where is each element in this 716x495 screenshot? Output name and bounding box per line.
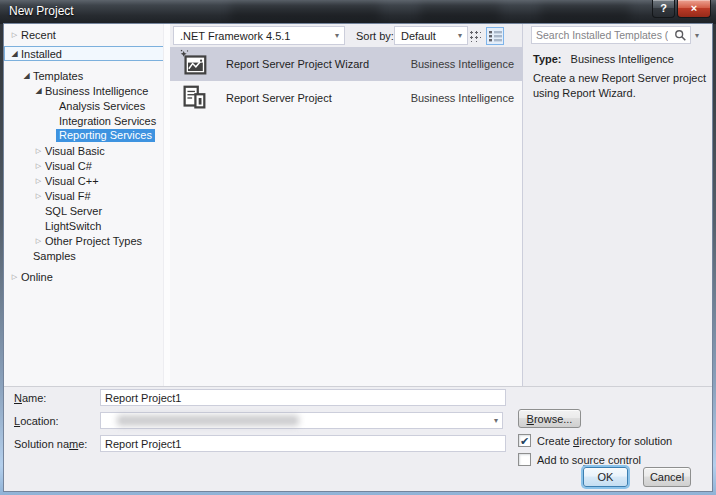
solution-name-field: [100, 435, 506, 452]
template-description: Create a new Report Server project using…: [533, 71, 711, 102]
chevron-down-icon[interactable]: ▾: [494, 416, 498, 425]
glass-reflection: [540, 4, 630, 22]
magnifier-icon[interactable]: [674, 29, 687, 42]
template-row-report-server-project[interactable]: Report Server Project Business Intellige…: [170, 81, 522, 115]
tree-item-label: Visual F#: [45, 190, 91, 202]
tree-item-label: Visual Basic: [45, 145, 105, 157]
location-combo: ▾: [100, 412, 503, 429]
template-name: Report Server Project: [226, 92, 411, 104]
chevron-down-icon: ▾: [335, 31, 339, 40]
tree-item-label: Integration Services: [59, 115, 156, 127]
chevron-down-icon: ▾: [458, 31, 462, 40]
ok-button[interactable]: OK: [583, 467, 628, 487]
tree-item-visual-basic[interactable]: ▷ Visual Basic: [4, 143, 170, 158]
tree-item-label: Analysis Services: [59, 100, 145, 112]
tree-item-business-intelligence[interactable]: ◢ Business Intelligence: [4, 83, 170, 98]
grid-dots-icon: [469, 30, 481, 42]
solution-name-input[interactable]: [105, 437, 495, 450]
list-toolbar: .NET Framework 4.5.1 ▾ Sort by: Default …: [170, 24, 522, 47]
glass-reflection: [230, 4, 380, 22]
chevron-expanded-icon[interactable]: ◢: [8, 49, 21, 58]
tree-item-other-project-types[interactable]: ▷ Other Project Types: [4, 233, 170, 248]
source-control-checkbox[interactable]: [518, 453, 531, 466]
glass-reflection: [420, 4, 500, 22]
sort-dropdown-value: Default: [401, 30, 436, 42]
framework-dropdown[interactable]: .NET Framework 4.5.1 ▾: [173, 26, 345, 45]
list-view-button[interactable]: [486, 27, 504, 45]
chevron-expanded-icon[interactable]: ◢: [20, 71, 33, 80]
window-title: New Project: [9, 4, 74, 18]
tree-item-visual-cpp[interactable]: ▷ Visual C++: [4, 173, 170, 188]
create-directory-label: Create directory for solution: [537, 435, 672, 447]
small-icons-view-button[interactable]: [466, 27, 484, 45]
tree-item-analysis-services[interactable]: Analysis Services: [4, 98, 170, 113]
tree-item-reporting-services[interactable]: Reporting Services: [4, 128, 170, 143]
help-button[interactable]: ?: [652, 0, 675, 18]
chevron-right-icon[interactable]: ▷: [8, 273, 21, 281]
name-label: Name:: [14, 392, 46, 404]
search-box: [531, 26, 691, 44]
tree-item-visual-fsharp[interactable]: ▷ Visual F#: [4, 188, 170, 203]
tree-item-label: Recent: [21, 29, 56, 41]
create-directory-option[interactable]: ✔ Create directory for solution: [518, 434, 672, 447]
tree-item-label: Templates: [33, 70, 83, 82]
source-control-label: Add to source control: [537, 454, 641, 466]
tree-item-visual-csharp[interactable]: ▷ Visual C#: [4, 158, 170, 173]
tree-item-lightswitch[interactable]: LightSwitch: [4, 218, 170, 233]
tree-item-label: LightSwitch: [45, 220, 101, 232]
tree-item-online[interactable]: ▷ Online: [4, 269, 170, 284]
search-options-arrow-icon[interactable]: ▾: [695, 31, 699, 40]
chevron-right-icon[interactable]: ▷: [32, 192, 45, 200]
tree-item-label: Visual C++: [45, 175, 99, 187]
template-row-report-server-project-wizard[interactable]: Report Server Project Wizard Business In…: [170, 47, 522, 81]
title-bar: New Project: [0, 0, 716, 24]
framework-dropdown-value: .NET Framework 4.5.1: [180, 30, 290, 42]
tree-item-label: Online: [21, 271, 53, 283]
solution-name-label: Solution name:: [14, 438, 87, 450]
tree-item-label: Installed: [21, 48, 62, 60]
tree-item-samples[interactable]: Samples: [4, 248, 170, 263]
help-icon: ?: [660, 2, 667, 14]
report-document-icon: [179, 83, 209, 113]
type-label: Type:: [533, 53, 562, 65]
location-redacted-blur: [117, 415, 299, 426]
cancel-button[interactable]: Cancel: [643, 467, 691, 487]
chevron-right-icon[interactable]: ▷: [32, 177, 45, 185]
name-input[interactable]: [105, 391, 495, 404]
tree-item-recent[interactable]: ▷ Recent: [4, 27, 170, 42]
chevron-right-icon[interactable]: ▷: [32, 162, 45, 170]
report-wizard-icon: [179, 49, 209, 79]
new-project-dialog: New Project ? × ▷ Recent ◢ Installed ◢ T…: [0, 0, 716, 495]
tree-item-label: Other Project Types: [45, 235, 142, 247]
chevron-expanded-icon[interactable]: ◢: [32, 86, 45, 95]
tree-scrollbar[interactable]: [163, 24, 170, 386]
list-view-icon: [489, 30, 502, 42]
browse-button[interactable]: Browse...: [518, 409, 581, 428]
chevron-right-icon[interactable]: ▷: [32, 237, 45, 245]
template-name: Report Server Project Wizard: [226, 58, 411, 70]
close-button[interactable]: ×: [677, 0, 711, 18]
location-label: Location:: [14, 415, 59, 427]
search-input[interactable]: [536, 28, 668, 42]
tree-item-label: Samples: [33, 250, 76, 262]
tree-item-label: Business Intelligence: [45, 85, 148, 97]
tree-item-label-selected: Reporting Services: [56, 129, 155, 142]
chevron-right-icon[interactable]: ▷: [8, 31, 21, 39]
sort-dropdown[interactable]: Default ▾: [394, 26, 468, 45]
tree-item-installed[interactable]: ◢ Installed: [4, 46, 170, 61]
tree-item-templates[interactable]: ◢ Templates: [4, 68, 170, 83]
close-icon: ×: [691, 2, 697, 14]
type-value: Business Intelligence: [571, 53, 674, 65]
sort-by-label: Sort by:: [356, 30, 394, 42]
source-control-option[interactable]: Add to source control: [518, 453, 641, 466]
template-type-row: Type: Business Intelligence: [533, 53, 674, 65]
name-field: [100, 389, 506, 406]
chevron-right-icon[interactable]: ▷: [32, 147, 45, 155]
template-category: Business Intelligence: [411, 92, 514, 104]
tree-item-integration-services[interactable]: Integration Services: [4, 113, 170, 128]
create-directory-checkbox[interactable]: ✔: [518, 434, 531, 447]
tree-item-sql-server[interactable]: SQL Server: [4, 203, 170, 218]
template-list: Report Server Project Wizard Business In…: [170, 47, 522, 386]
template-category: Business Intelligence: [411, 58, 514, 70]
tree-item-label: SQL Server: [45, 205, 102, 217]
